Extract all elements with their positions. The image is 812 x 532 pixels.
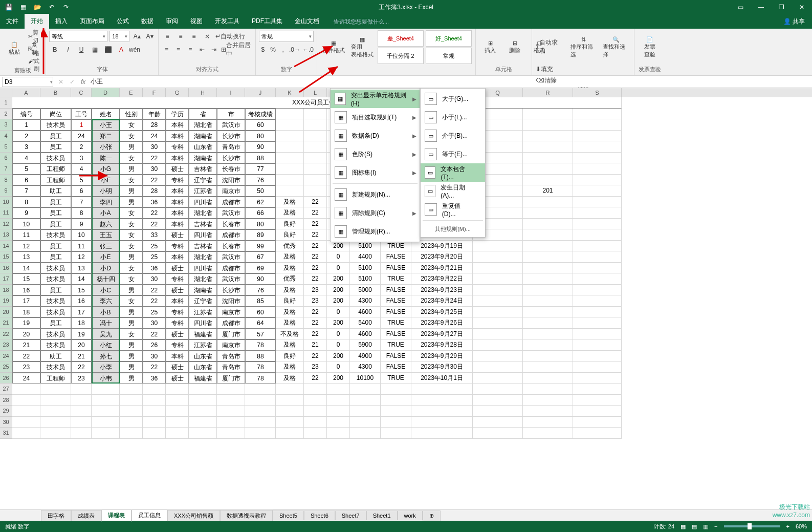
align-top-icon[interactable]: ≡	[162, 31, 173, 42]
cell[interactable]	[573, 329, 622, 340]
cell[interactable]: 80	[245, 131, 276, 142]
cell[interactable]: 王五	[92, 229, 120, 241]
cell[interactable]	[71, 406, 92, 417]
cell[interactable]: 25	[143, 251, 166, 263]
cell[interactable]	[381, 406, 411, 417]
cell[interactable]	[304, 406, 327, 417]
cell[interactable]: 湖北省	[189, 207, 217, 219]
percent-icon[interactable]: %	[269, 44, 277, 55]
fx-confirm-icon[interactable]: ✓	[67, 78, 78, 86]
cell[interactable]: 5900	[350, 339, 381, 351]
cell[interactable]: 21	[12, 339, 40, 351]
cell[interactable]: 江苏省	[189, 185, 217, 197]
cell[interactable]	[473, 295, 523, 307]
cell[interactable]: 湖南省	[189, 153, 217, 164]
cell[interactable]: 湖南省	[189, 285, 217, 296]
cell[interactable]	[189, 417, 217, 428]
cell[interactable]: 小A	[92, 207, 120, 219]
menu-item[interactable]: ▦数据条(D)▶	[331, 126, 420, 145]
cell-style-comma[interactable]: 千位分隔 2	[378, 48, 424, 64]
cell[interactable]: FALSE	[381, 361, 411, 373]
cell[interactable]: 湖南省	[189, 131, 217, 142]
cell[interactable]	[573, 251, 622, 263]
cell[interactable]	[473, 361, 523, 373]
sheet-tab[interactable]: work	[398, 510, 423, 520]
cell[interactable]: 33	[143, 229, 166, 241]
cell[interactable]	[473, 317, 523, 329]
cell[interactable]	[523, 373, 573, 384]
cell[interactable]	[573, 141, 622, 153]
cell[interactable]	[189, 428, 217, 439]
cell[interactable]: 专科	[166, 307, 189, 318]
cell[interactable]	[473, 285, 523, 296]
cell[interactable]: 员工	[40, 251, 71, 263]
cell[interactable]	[189, 406, 217, 417]
cell[interactable]: 小E	[92, 251, 120, 263]
cell[interactable]: 11	[12, 229, 40, 241]
cell[interactable]	[473, 329, 523, 340]
cell[interactable]: 及格	[276, 317, 304, 329]
cell[interactable]	[523, 307, 573, 318]
cell[interactable]	[411, 406, 473, 417]
cell[interactable]: 0	[327, 263, 350, 274]
find-select-button[interactable]: 🔍查找和选择	[601, 31, 631, 63]
cell[interactable]: 硕士	[166, 329, 189, 340]
cell[interactable]: 员工	[40, 131, 71, 142]
cell[interactable]	[276, 109, 304, 120]
column-header[interactable]: D	[92, 88, 120, 97]
row-header[interactable]: 31	[0, 428, 12, 439]
cell[interactable]: 硕士	[166, 373, 189, 384]
cell[interactable]	[71, 417, 92, 428]
cell[interactable]: 湖北省	[189, 251, 217, 263]
cell[interactable]	[573, 317, 622, 329]
save-icon[interactable]: 💾	[3, 2, 14, 13]
cell[interactable]: 岗位	[40, 109, 71, 120]
cell[interactable]: 2	[71, 141, 92, 153]
cell[interactable]: 20	[71, 339, 92, 351]
cell[interactable]: 12	[12, 241, 40, 252]
cell[interactable]	[304, 163, 327, 175]
cell[interactable]	[189, 384, 217, 395]
comma-icon[interactable]: ,	[279, 44, 287, 55]
cell[interactable]: 3	[12, 141, 40, 153]
cell[interactable]	[166, 417, 189, 428]
cell[interactable]: 80	[245, 219, 276, 230]
cell[interactable]: 9	[12, 207, 40, 219]
cell[interactable]: 4	[12, 153, 40, 164]
cell[interactable]: 成都市	[217, 197, 245, 208]
cell[interactable]: 山东省	[189, 361, 217, 373]
cell[interactable]: 4300	[350, 295, 381, 307]
cell[interactable]: 助工	[40, 185, 71, 197]
cell[interactable]: 辽宁省	[189, 295, 217, 307]
cell[interactable]: 5100	[350, 273, 381, 285]
border-button[interactable]: ▦	[89, 44, 100, 55]
number-format-combo[interactable]: 常规	[259, 31, 314, 42]
cell[interactable]	[573, 207, 622, 219]
cell[interactable]: 25	[143, 241, 166, 252]
cell[interactable]: 5	[71, 175, 92, 186]
cell[interactable]	[573, 285, 622, 296]
cell[interactable]	[217, 417, 245, 428]
cell[interactable]: 杨十四	[92, 273, 120, 285]
cell[interactable]: 市	[217, 109, 245, 120]
cell[interactable]	[573, 395, 622, 406]
row-header[interactable]: 11	[0, 207, 12, 219]
cell[interactable]: 男	[120, 163, 143, 175]
cell[interactable]: 男	[120, 307, 143, 318]
cell[interactable]	[350, 395, 381, 406]
cell[interactable]: TRUE	[381, 273, 411, 285]
wrap-text-button[interactable]: ↵ 自动换行	[215, 31, 246, 42]
cell[interactable]: 4300	[350, 361, 381, 373]
cell[interactable]: 吉林省	[189, 163, 217, 175]
cell[interactable]: 硕士	[166, 229, 189, 241]
menu-item[interactable]: ▦项目选取规则(T)▶	[331, 108, 420, 126]
row-header[interactable]: 26	[0, 373, 12, 384]
cell[interactable]: 22	[304, 307, 327, 318]
tab-PDF工具集[interactable]: PDF工具集	[246, 14, 289, 29]
cell[interactable]: 考核成绩	[245, 109, 276, 120]
cell[interactable]: 及格	[276, 263, 304, 274]
cell[interactable]	[327, 417, 350, 428]
cell[interactable]	[120, 384, 143, 395]
sheet-tab[interactable]: Sheet6	[304, 510, 335, 520]
cell[interactable]: 11	[71, 241, 92, 252]
